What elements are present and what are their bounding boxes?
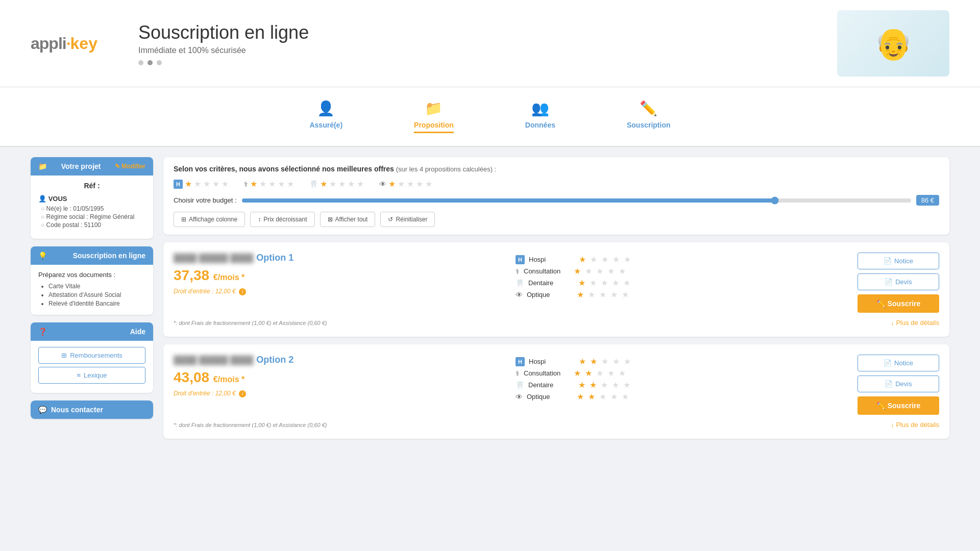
offer-1-hospi-label: Hospi — [529, 256, 575, 263]
aide-body: ⊞ Remboursements ≡ Lexique — [31, 341, 153, 393]
dentaire-icon: 🦷 — [309, 180, 318, 188]
expand-icon: ⊠ — [328, 216, 333, 223]
carousel-dots — [138, 60, 837, 65]
optique-star-2[interactable]: ★ — [398, 179, 405, 189]
offer-2-dentaire-icon: 🦷 — [516, 381, 524, 389]
reinitialiser-button[interactable]: ↺ Réinitialiser — [380, 212, 435, 227]
header: appli·key Souscription en ligne Immédiat… — [0, 0, 980, 87]
hospi-star-2[interactable]: ★ — [194, 179, 201, 189]
user-section: 👤 VOUS Né(e) le : 01/05/1995 Régime soci… — [38, 195, 145, 229]
consultation-star-2[interactable]: ★ — [259, 179, 266, 189]
info-icon-2[interactable]: i — [239, 390, 246, 397]
souscription-sidebar-title: Souscription en ligne — [73, 252, 145, 260]
step-proposition[interactable]: 📁 Proposition — [404, 97, 464, 136]
souscription-label: Souscription — [627, 121, 671, 129]
optique-star-5[interactable]: ★ — [425, 179, 432, 189]
souscription-sidebar-body: Préparez vos documents : Carte Vitale At… — [31, 265, 153, 315]
budget-value: 86 € — [916, 195, 939, 206]
offer-1-optique-label: Optique — [527, 291, 573, 298]
remboursements-button[interactable]: ⊞ Remboursements — [38, 347, 145, 364]
offer-2-actions: 📄 Notice 📄 Devis ✏️ Souscrire — [857, 355, 939, 415]
dentaire-star-1[interactable]: ★ — [320, 179, 327, 189]
offer-1-actions: 📄 Notice 📄 Devis ✏️ Souscrire — [857, 253, 939, 313]
offer-2-hospi-row: H Hospi ★★★★★ — [516, 357, 847, 366]
dentaire-star-5[interactable]: ★ — [357, 179, 364, 189]
steps-navigation: 👤 Assuré(e) 📁 Proposition 👥 Données ✏️ S… — [0, 87, 980, 147]
optique-star-4[interactable]: ★ — [416, 179, 423, 189]
step-donnees[interactable]: 👥 Données — [515, 97, 566, 136]
offer-2-droit: Droit d'entrée : 12,00 € i — [174, 390, 505, 397]
question-icon: ❓ — [38, 328, 47, 336]
consultation-star-3[interactable]: ★ — [268, 179, 276, 189]
offer-2-name-blurred: ████ █████ ████ — [174, 356, 253, 365]
offer-1-footer: *: dont Frais de fractionnement (1,00 €)… — [174, 319, 939, 327]
dot-1[interactable] — [138, 60, 143, 65]
offer-1-souscrire-button[interactable]: ✏️ Souscrire — [857, 294, 939, 313]
assure-icon: 👤 — [317, 100, 335, 117]
consultation-star-1[interactable]: ★ — [250, 179, 257, 189]
offer-1-dentaire-label: Dentaire — [528, 279, 574, 287]
offer-1-notice-button[interactable]: 📄 Notice — [857, 253, 939, 269]
offer-1-consultation-row: ⚕ Consultation ★★★★★ — [516, 266, 847, 276]
hospi-star-5[interactable]: ★ — [222, 179, 229, 189]
offer-1-devis-button[interactable]: 📄 Devis — [857, 273, 939, 290]
logo-appli: appli· — [31, 34, 70, 53]
prix-decroissant-button[interactable]: ↕ Prix décroissant — [250, 212, 314, 227]
folder-icon: 📁 — [38, 162, 47, 170]
dentaire-star-4[interactable]: ★ — [348, 179, 355, 189]
offer-2-consultation-label: Consultation — [524, 369, 570, 377]
doc-item-attestation: Attestation d'Assuré Social — [48, 291, 145, 298]
offer-2-ratings: H Hospi ★★★★★ ⚕ Consultation ★★★★★ 🦷 Den… — [505, 355, 857, 404]
notice-icon-2: 📄 — [884, 359, 892, 367]
afficher-tout-button[interactable]: ⊠ Afficher tout — [320, 212, 376, 227]
offer-2-hospi-icon: H — [516, 357, 525, 366]
offer-2-name-row: ████ █████ ████ Option 2 — [174, 355, 505, 365]
nous-contacter-header: 💬 Nous contacter — [31, 400, 153, 419]
consultation-icon: ⚕ — [244, 180, 248, 188]
optique-star-3[interactable]: ★ — [407, 179, 414, 189]
step-souscription[interactable]: ✏️ Souscription — [617, 97, 681, 136]
dot-2[interactable] — [148, 60, 153, 65]
offer-2-optique-label: Optique — [527, 393, 573, 400]
offer-card-1: ████ █████ ████ Option 1 37,38 €/mois * … — [163, 242, 949, 337]
info-icon-1[interactable]: i — [239, 288, 246, 295]
offer-2-notice-button[interactable]: 📄 Notice — [857, 355, 939, 371]
budget-slider[interactable] — [242, 198, 911, 203]
dot-3[interactable] — [157, 60, 162, 65]
offer-2-dentaire-label: Dentaire — [528, 381, 574, 389]
dentaire-star-2[interactable]: ★ — [329, 179, 336, 189]
doc-title: Préparez vos documents : — [38, 271, 145, 279]
offer-2-consultation-row: ⚕ Consultation ★★★★★ — [516, 368, 847, 378]
votre-projet-title: Votre projet — [61, 162, 101, 170]
offer-1-plus-details[interactable]: ↓ Plus de détails — [891, 319, 939, 327]
offer-2-left: ████ █████ ████ Option 2 43,08 €/mois * … — [174, 355, 505, 397]
consultation-star-4[interactable]: ★ — [278, 179, 285, 189]
offer-2-devis-button[interactable]: 📄 Devis — [857, 375, 939, 392]
assure-label: Assuré(e) — [309, 121, 342, 129]
souscription-sidebar-header: 💡 Souscription en ligne — [31, 246, 153, 265]
optique-star-1[interactable]: ★ — [388, 179, 396, 189]
offer-1-top: ████ █████ ████ Option 1 37,38 €/mois * … — [174, 253, 939, 313]
lightbulb-icon: 💡 — [38, 252, 47, 260]
hospi-star-3[interactable]: ★ — [203, 179, 210, 189]
hospi-star-4[interactable]: ★ — [212, 179, 219, 189]
budget-row: Choisir votre budget : 86 € — [174, 195, 939, 206]
user-label: 👤 VOUS — [38, 195, 145, 203]
modifier-link[interactable]: ✎ Modifier — [115, 163, 145, 170]
lexique-button[interactable]: ≡ Lexique — [38, 367, 145, 384]
page-subtitle: Immédiate et 100% sécurisée — [138, 46, 837, 55]
offer-1-consultation-icon: ⚕ — [516, 267, 520, 276]
offer-2-plus-details[interactable]: ↓ Plus de détails — [891, 421, 939, 429]
consultation-star-5[interactable]: ★ — [287, 179, 294, 189]
offer-1-price: 37,38 €/mois * — [174, 267, 505, 284]
step-assure[interactable]: 👤 Assuré(e) — [299, 97, 353, 136]
affichage-colonne-button[interactable]: ⊞ Affichage colonne — [174, 212, 245, 227]
offer-2-souscrire-button[interactable]: ✏️ Souscrire — [857, 396, 939, 415]
stars-row: H ★ ★ ★ ★ ★ ⚕ ★ ★ ★ ★ ★ 🦷 — [174, 179, 939, 189]
souscription-icon: ✏️ — [640, 100, 657, 117]
filter-title: Selon vos critères, nous avons sélection… — [174, 165, 939, 173]
hospi-star-1[interactable]: ★ — [185, 179, 192, 189]
logo: appli·key — [31, 34, 97, 53]
dentaire-star-3[interactable]: ★ — [338, 179, 346, 189]
sort-icon: ↕ — [258, 216, 261, 223]
